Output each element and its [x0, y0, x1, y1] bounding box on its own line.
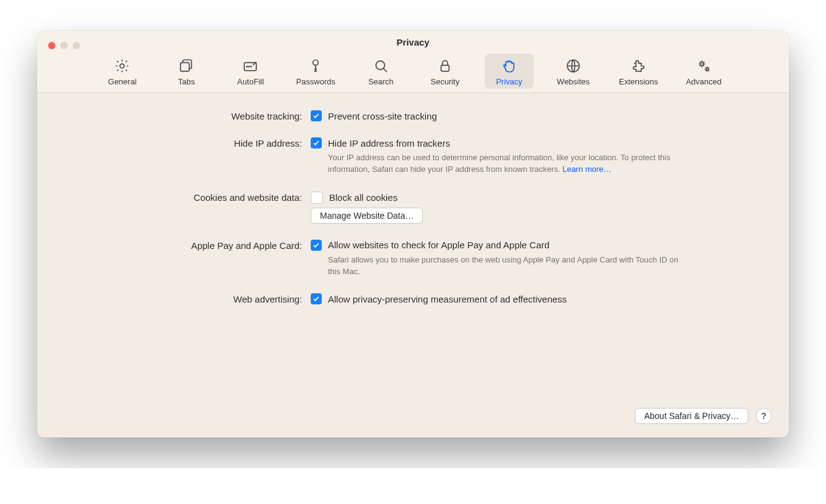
tab-label: General [108, 77, 136, 86]
close-button[interactable] [48, 42, 55, 49]
tab-label: Advanced [686, 77, 722, 86]
preferences-window: Privacy General Tabs AutoFill [37, 31, 789, 437]
about-privacy-button[interactable]: About Safari & Privacy… [635, 408, 748, 424]
svg-rect-8 [441, 65, 449, 71]
zoom-button[interactable] [73, 42, 80, 49]
tab-label: AutoFill [237, 77, 264, 86]
checkbox-label: Block all cookies [329, 192, 398, 203]
description-apple-pay: Safari allows you to make purchases on t… [311, 254, 692, 278]
svg-point-3 [247, 66, 247, 67]
checkbox-label: Prevent cross-site tracking [328, 111, 437, 121]
checkbox-block-cookies[interactable]: Block all cookies [311, 192, 758, 204]
help-button[interactable]: ? [756, 408, 772, 424]
svg-point-4 [249, 66, 250, 67]
tab-label: Websites [557, 77, 589, 86]
checkbox-empty-icon [311, 192, 323, 204]
description-hide-ip: Your IP address can be used to determine… [311, 152, 692, 176]
hand-icon [501, 57, 518, 75]
tab-privacy[interactable]: Privacy [485, 54, 534, 89]
window-title: Privacy [37, 37, 789, 51]
learn-more-link[interactable]: Learn more… [563, 165, 611, 174]
globe-icon [565, 57, 582, 75]
svg-point-5 [251, 66, 251, 67]
tab-label: Security [431, 77, 460, 86]
tab-extensions[interactable]: Extensions [613, 54, 664, 89]
checkbox-label: Allow privacy-preserving measurement of … [328, 294, 566, 304]
svg-point-10 [700, 62, 703, 65]
tab-autofill[interactable]: AutoFill [226, 54, 275, 89]
checkbox-apple-pay[interactable]: Allow websites to check for Apple Pay an… [311, 240, 758, 251]
checkbox-label: Allow websites to check for Apple Pay an… [328, 240, 549, 250]
tab-passwords[interactable]: Passwords [290, 54, 341, 89]
minimize-button[interactable] [60, 42, 68, 49]
svg-point-6 [313, 60, 319, 65]
checkmark-icon [311, 110, 322, 121]
checkbox-hide-ip[interactable]: Hide IP address from trackers [311, 137, 758, 148]
footer: About Safari & Privacy… ? [37, 408, 789, 437]
pencil-box-icon [242, 57, 259, 75]
svg-point-11 [706, 68, 708, 70]
tab-tabs[interactable]: Tabs [162, 54, 211, 89]
tab-search[interactable]: Search [356, 54, 406, 89]
tab-label: Search [368, 77, 393, 86]
tab-label: Passwords [296, 77, 335, 86]
tab-advanced[interactable]: Advanced [679, 54, 729, 89]
tab-security[interactable]: Security [420, 54, 470, 89]
row-website-tracking: Website tracking: Prevent cross-site tra… [68, 110, 758, 121]
toolbar: General Tabs AutoFill Passwords [37, 51, 789, 92]
window-controls [48, 42, 80, 49]
privacy-pane: Website tracking: Prevent cross-site tra… [37, 93, 789, 408]
label-website-tracking: Website tracking: [68, 110, 302, 121]
key-icon [307, 57, 324, 75]
titlebar: Privacy General Tabs AutoFill [37, 31, 789, 93]
checkmark-icon [311, 137, 322, 148]
label-web-ads: Web advertising: [68, 293, 302, 304]
manage-website-data-button[interactable]: Manage Website Data… [311, 208, 423, 224]
tab-label: Privacy [496, 77, 523, 86]
svg-point-7 [376, 61, 385, 70]
checkbox-label: Hide IP address from trackers [328, 138, 450, 148]
checkmark-icon [311, 240, 322, 251]
label-cookies: Cookies and website data: [68, 192, 302, 203]
search-icon [372, 57, 390, 75]
checkmark-icon [311, 293, 322, 304]
checkbox-web-ads[interactable]: Allow privacy-preserving measurement of … [311, 293, 758, 304]
tab-label: Extensions [619, 77, 658, 86]
svg-rect-1 [181, 63, 189, 71]
label-apple-pay: Apple Pay and Apple Card: [68, 240, 302, 251]
checkbox-prevent-cross-site[interactable]: Prevent cross-site tracking [311, 110, 758, 121]
tab-label: Tabs [178, 77, 195, 86]
row-hide-ip: Hide IP address: Hide IP address from tr… [68, 137, 758, 176]
row-cookies: Cookies and website data: Block all cook… [68, 192, 758, 224]
tab-general[interactable]: General [97, 54, 147, 89]
svg-point-0 [120, 64, 125, 68]
row-apple-pay: Apple Pay and Apple Card: Allow websites… [68, 240, 758, 278]
lock-icon [436, 57, 454, 75]
gears-icon [695, 57, 713, 75]
gear-icon [113, 57, 131, 75]
label-hide-ip: Hide IP address: [68, 137, 302, 148]
tab-websites[interactable]: Websites [549, 54, 598, 89]
row-web-ads: Web advertising: Allow privacy-preservin… [68, 293, 758, 304]
tabs-icon [178, 57, 195, 75]
puzzle-icon [630, 57, 647, 75]
